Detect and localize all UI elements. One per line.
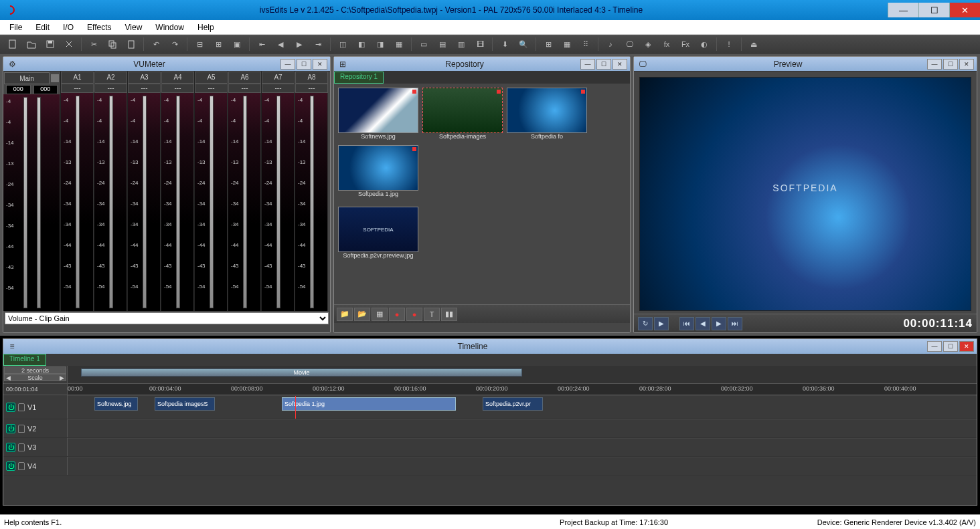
- lock-icon[interactable]: [50, 74, 60, 83]
- import-icon[interactable]: ⬇: [496, 37, 513, 51]
- eject-icon[interactable]: ⏏: [745, 37, 762, 51]
- power-icon[interactable]: ⏻: [6, 403, 15, 412]
- go-end-icon[interactable]: ⏭: [728, 317, 742, 330]
- nav-first-icon[interactable]: ⇤: [253, 37, 270, 51]
- preview-viewport[interactable]: SOFTPEDIA: [639, 77, 971, 311]
- track-header[interactable]: ⏻ V4: [3, 457, 68, 475]
- undo-icon[interactable]: ↶: [147, 37, 165, 51]
- monitor-icon[interactable]: 🖵: [621, 37, 638, 51]
- save-icon[interactable]: [42, 37, 59, 51]
- fx-icon[interactable]: fx: [658, 37, 675, 51]
- minimize-icon[interactable]: —: [580, 59, 595, 70]
- new-icon[interactable]: [4, 37, 21, 51]
- repo-item[interactable]: Softpedia 1.jpg: [338, 145, 418, 199]
- list-icon[interactable]: ≡: [6, 341, 18, 352]
- maximize-icon[interactable]: ☐: [297, 59, 311, 70]
- close-icon[interactable]: ✕: [959, 59, 974, 70]
- tool-icon[interactable]: ◧: [353, 37, 370, 51]
- paste-icon[interactable]: [122, 37, 140, 51]
- film-icon[interactable]: 🎞: [471, 37, 489, 51]
- menu-effects[interactable]: Effects: [80, 21, 118, 33]
- timeline-tab[interactable]: Timeline 1: [3, 354, 46, 366]
- step-fwd-icon[interactable]: ▶: [712, 317, 726, 330]
- repo-tool-icon[interactable]: ▮▮: [441, 308, 457, 321]
- grid-icon[interactable]: ▦: [558, 37, 576, 51]
- close-icon[interactable]: ✕: [313, 59, 327, 70]
- timeline-ruler[interactable]: 00:0000:00:04:0000:00:08:0000:00:12:0000…: [68, 384, 977, 395]
- track-header[interactable]: ⏻ V3: [3, 438, 68, 456]
- menu-edit[interactable]: Edit: [29, 21, 56, 33]
- close-icon[interactable]: ✕: [612, 59, 627, 70]
- power-icon[interactable]: ⏻: [6, 461, 15, 471]
- menu-window[interactable]: Window: [149, 21, 191, 33]
- vu-meter[interactable]: -4-4-14-13-24-34-34-44-43-54: [262, 93, 295, 311]
- close-button[interactable]: ✕: [949, 3, 980, 17]
- track-header[interactable]: ⏻ V1: [3, 395, 68, 419]
- nav-last-icon[interactable]: ⇥: [309, 37, 327, 51]
- repo-item[interactable]: Softnews.jpg: [338, 88, 418, 141]
- vu-meter[interactable]: -4-4-14-13-24-34-34-44-43-54: [161, 93, 194, 311]
- nav-prev-icon[interactable]: ◀: [272, 37, 289, 51]
- vu-mode-select[interactable]: Volume - Clip Gain: [5, 312, 329, 324]
- copy-icon[interactable]: [104, 37, 121, 51]
- loop-icon[interactable]: ↻: [638, 317, 653, 330]
- open-icon[interactable]: [23, 37, 40, 51]
- grid-icon[interactable]: ⠿: [577, 37, 594, 51]
- track-area[interactable]: [68, 438, 977, 456]
- timeline-overview[interactable]: Movie: [68, 366, 977, 383]
- lock-icon[interactable]: [18, 425, 25, 433]
- tool-icon[interactable]: ▣: [228, 37, 246, 51]
- settings-icon[interactable]: [60, 37, 78, 51]
- cut-icon[interactable]: ✂: [85, 37, 102, 51]
- step-back-icon[interactable]: ◀: [696, 317, 710, 330]
- redo-icon[interactable]: ↷: [166, 37, 183, 51]
- power-icon[interactable]: ⏻: [6, 443, 15, 452]
- tool-icon[interactable]: ⊞: [210, 37, 227, 51]
- menu-help[interactable]: Help: [191, 21, 221, 33]
- menu-io[interactable]: I/O: [56, 21, 80, 33]
- tool-icon[interactable]: ◐: [696, 37, 713, 51]
- monitor-icon[interactable]: 🖵: [637, 59, 649, 70]
- go-start-icon[interactable]: ⏮: [679, 317, 694, 330]
- tool-icon[interactable]: ◨: [372, 37, 389, 51]
- repo-tool-icon[interactable]: ▦: [372, 308, 388, 321]
- close-icon[interactable]: ✕: [959, 341, 974, 352]
- alert-icon[interactable]: !: [720, 37, 738, 51]
- maximize-icon[interactable]: ☐: [943, 59, 958, 70]
- minimize-icon[interactable]: —: [927, 341, 942, 352]
- vu-meter[interactable]: -4-4-14-13-24-34-34-44-43-54: [195, 93, 228, 311]
- vu-meter[interactable]: -4-4-14-13-24-34-34-44-43-54: [128, 93, 161, 311]
- track-header[interactable]: ⏻ V2: [3, 419, 68, 437]
- tool-icon[interactable]: ◫: [334, 37, 351, 51]
- repo-tool-icon[interactable]: 📁: [337, 308, 353, 321]
- menu-view[interactable]: View: [118, 21, 149, 33]
- repo-record-icon[interactable]: ●: [406, 308, 422, 321]
- power-icon[interactable]: ⏻: [6, 424, 15, 433]
- tool-icon[interactable]: ▤: [434, 37, 451, 51]
- repo-item[interactable]: Softpedia fo: [507, 88, 587, 141]
- minimize-button[interactable]: —: [888, 3, 918, 17]
- track-area[interactable]: [68, 419, 977, 437]
- lock-icon[interactable]: [18, 443, 25, 451]
- play-icon[interactable]: ▶: [654, 317, 669, 330]
- tool-icon[interactable]: ⊟: [191, 37, 208, 51]
- playhead[interactable]: [295, 396, 296, 419]
- vu-meter[interactable]: -4-4-14-13-24-34-34-44-43-54: [3, 94, 60, 311]
- repo-tool-icon[interactable]: 📂: [354, 308, 370, 321]
- overview-clip[interactable]: Movie: [81, 368, 522, 377]
- fx-icon[interactable]: ◈: [639, 37, 657, 51]
- repo-record-icon[interactable]: ●: [389, 308, 405, 321]
- fx-icon[interactable]: Fx: [677, 37, 694, 51]
- tool-icon[interactable]: ▦: [390, 37, 408, 51]
- track-area[interactable]: Softnews.jpgSoftpedia imagesSSoftpedia 1…: [68, 395, 977, 419]
- timeline-clip[interactable]: Softpedia.p2vr.pr: [483, 397, 543, 411]
- repo-item[interactable]: SOFTPEDIA Softpedia.p2vr.preview.jpg: [338, 207, 418, 260]
- tool-icon[interactable]: ▥: [453, 37, 470, 51]
- timeline-clip[interactable]: Softpedia imagesS: [155, 397, 215, 411]
- vu-settings-icon[interactable]: ⚙: [6, 59, 18, 70]
- maximize-button[interactable]: ☐: [918, 3, 949, 17]
- timeline-clip[interactable]: Softpedia 1.jpg: [282, 397, 456, 411]
- vu-meter[interactable]: -4-4-14-13-24-34-34-44-43-54: [94, 93, 127, 311]
- maximize-icon[interactable]: ☐: [596, 59, 611, 70]
- tool-icon[interactable]: ▭: [415, 37, 432, 51]
